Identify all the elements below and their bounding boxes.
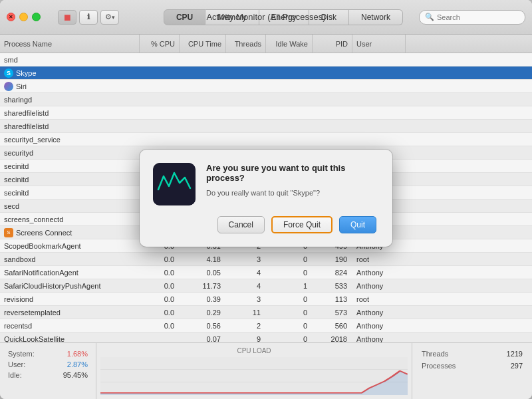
cpu-load-chart: [100, 357, 408, 395]
threads-value: 1219: [507, 350, 523, 358]
stop-icon: ⏹: [63, 12, 72, 23]
stats-system-row: System: 1.68%: [8, 350, 88, 358]
processes-row: Processes 297: [422, 362, 523, 370]
gear-dropdown-icon: ▾: [112, 14, 115, 21]
app-icon-svg: [153, 163, 196, 205]
idle-value: 95.45%: [63, 371, 88, 379]
window-title: Activity Monitor (All Processes): [206, 12, 325, 22]
col-header-user[interactable]: User: [352, 35, 406, 53]
threads-label: Threads: [422, 350, 448, 358]
column-headers: Process Name % CPU CPU Time Threads Idle…: [0, 35, 532, 53]
col-header-cpu-time[interactable]: CPU Time: [180, 35, 226, 53]
inspect-button[interactable]: ℹ: [79, 10, 98, 25]
gear-button[interactable]: ⚙ ▾: [100, 10, 119, 25]
stats-user-row: User: 2.87%: [8, 360, 88, 368]
dialog-overlay: Are you sure you want to quit this proce…: [0, 53, 532, 342]
minimize-button[interactable]: [19, 13, 28, 21]
titlebar: ✕ ⏹ ℹ ⚙ ▾ Activity Monitor (All Processe…: [0, 0, 532, 35]
force-quit-button[interactable]: Force Quit: [271, 216, 332, 233]
stats-idle-row: Idle: 95.45%: [8, 371, 88, 379]
col-header-cpu[interactable]: % CPU: [140, 35, 180, 53]
user-label: User:: [8, 360, 25, 368]
svg-rect-0: [153, 163, 196, 205]
threads-row: Threads 1219: [422, 350, 523, 358]
dialog-app-icon: [153, 163, 196, 205]
dialog-text: Are you sure you want to quit this proce…: [206, 163, 376, 205]
svg-rect-1: [100, 357, 408, 395]
titlebar-left: ✕ ⏹ ℹ ⚙ ▾: [7, 10, 119, 25]
dialog-message: Do you really want to quit "Skype"?: [206, 188, 376, 198]
app-window: ✕ ⏹ ℹ ⚙ ▾ Activity Monitor (All Processe…: [0, 0, 532, 399]
cpu-load-section: CPU LOAD: [96, 343, 412, 399]
col-header-idle-wakeups[interactable]: Idle Wake: [266, 35, 313, 53]
dialog-title: Are you sure you want to quit this proce…: [206, 163, 376, 183]
search-icon: 🔍: [425, 13, 434, 21]
cpu-load-title: CPU LOAD: [237, 347, 271, 354]
close-button[interactable]: ✕: [7, 13, 15, 21]
close-icon: ✕: [9, 14, 13, 20]
main-content: smd S Skype Siri: [0, 53, 532, 342]
stats-right: Threads 1219 Processes 297: [412, 343, 532, 399]
tab-network[interactable]: Network: [349, 9, 403, 25]
search-input[interactable]: [437, 13, 519, 21]
cancel-button[interactable]: Cancel: [217, 216, 265, 233]
search-bar[interactable]: 🔍: [419, 10, 525, 25]
traffic-lights: ✕: [7, 13, 41, 21]
col-header-threads[interactable]: Threads: [226, 35, 266, 53]
quit-dialog: Are you sure you want to quit this proce…: [140, 150, 392, 247]
maximize-button[interactable]: [32, 13, 41, 21]
toolbar-buttons: ⏹ ℹ ⚙ ▾: [58, 10, 119, 25]
quit-button[interactable]: Quit: [339, 216, 376, 233]
processes-value: 297: [511, 362, 523, 370]
info-icon: ℹ: [87, 13, 90, 21]
col-header-process-name[interactable]: Process Name: [0, 35, 140, 53]
system-value: 1.68%: [67, 350, 88, 358]
idle-label: Idle:: [8, 371, 22, 379]
stats-bar: System: 1.68% User: 2.87% Idle: 95.45% C…: [0, 342, 532, 399]
dialog-buttons: Cancel Force Quit Quit: [153, 216, 376, 233]
user-value: 2.87%: [67, 360, 88, 368]
processes-label: Processes: [422, 362, 456, 370]
tab-cpu[interactable]: CPU: [164, 9, 205, 25]
col-header-pid[interactable]: PID: [313, 35, 352, 53]
stop-process-button[interactable]: ⏹: [58, 10, 76, 25]
gear-icon: ⚙: [105, 13, 112, 21]
system-label: System:: [8, 350, 35, 358]
dialog-body: Are you sure you want to quit this proce…: [153, 163, 376, 205]
stats-left: System: 1.68% User: 2.87% Idle: 95.45%: [0, 343, 96, 399]
